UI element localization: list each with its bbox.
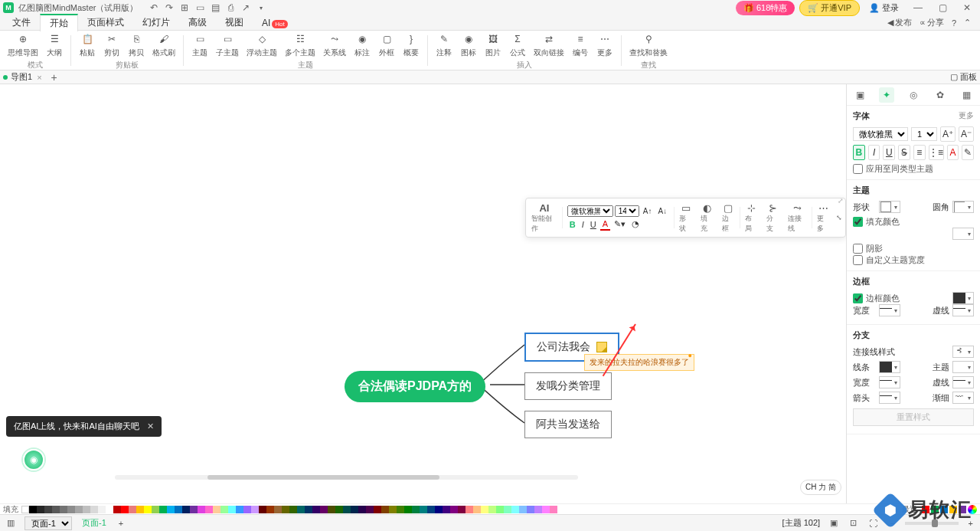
color-swatch[interactable] bbox=[404, 506, 412, 513]
highlight-button[interactable]: ✎ bbox=[962, 145, 974, 160]
tab-active[interactable]: 导图1 bbox=[11, 71, 32, 83]
branch-linecolor-select[interactable]: ▾ bbox=[879, 361, 900, 373]
status-icon-1[interactable]: ▣ bbox=[828, 518, 840, 528]
color-swatch[interactable] bbox=[297, 506, 305, 513]
color-swatch[interactable] bbox=[175, 506, 182, 513]
color-swatch[interactable] bbox=[60, 506, 67, 513]
menu-start[interactable]: 开始 bbox=[40, 14, 78, 31]
color-swatch[interactable] bbox=[496, 506, 504, 513]
color-swatch[interactable] bbox=[113, 506, 121, 513]
subtopic-3[interactable]: 阿共当发送给 bbox=[524, 411, 612, 438]
font-size-select[interactable]: 14 bbox=[911, 127, 937, 141]
toast-close-icon[interactable]: ✕ bbox=[147, 421, 154, 431]
collapse-ribbon-icon[interactable]: ⌃ bbox=[964, 17, 971, 28]
color-swatch[interactable] bbox=[266, 506, 274, 513]
color-swatch[interactable] bbox=[205, 506, 213, 513]
color-swatch[interactable] bbox=[144, 506, 152, 513]
panel-toggle[interactable]: ▢ 面板 bbox=[950, 71, 977, 83]
tool-paste[interactable]: 📋粘贴 bbox=[76, 31, 99, 60]
color-swatch[interactable] bbox=[236, 506, 243, 513]
tool-relation[interactable]: ⤳关系线 bbox=[320, 31, 349, 60]
canvas[interactable]: ⤢ AI 智能创作 微软雅黑 14 A↑ A↓ B I U A ✎▾ bbox=[0, 84, 846, 507]
color-swatch[interactable] bbox=[289, 506, 297, 513]
color-swatch[interactable] bbox=[427, 506, 435, 513]
fontcolor-icon[interactable]: A bbox=[600, 218, 610, 231]
color-swatch[interactable] bbox=[435, 506, 443, 513]
font-more[interactable]: 更多 bbox=[959, 110, 974, 122]
tool-mindmap[interactable]: ⊕思维导图 bbox=[5, 31, 41, 60]
branch-topic-select[interactable]: ▾ bbox=[952, 361, 974, 373]
strike-button[interactable]: S̶ bbox=[898, 145, 910, 160]
note-indicator-icon[interactable] bbox=[596, 342, 607, 352]
menu-file[interactable]: 文件 bbox=[3, 15, 40, 31]
color-swatch[interactable] bbox=[550, 506, 557, 513]
bold-button[interactable]: B bbox=[853, 145, 865, 160]
tool-topic[interactable]: ▭主题 bbox=[188, 31, 211, 60]
color-swatch[interactable] bbox=[381, 506, 389, 513]
color-swatch[interactable] bbox=[52, 506, 60, 513]
color-swatch[interactable] bbox=[121, 506, 129, 513]
undo-icon[interactable]: ↶ bbox=[149, 2, 159, 13]
open-icon[interactable]: ▭ bbox=[194, 2, 205, 13]
color-swatch[interactable] bbox=[106, 506, 113, 513]
publish-button[interactable]: ◀ 发布 bbox=[887, 17, 912, 28]
border-width-select[interactable]: ▾ bbox=[879, 304, 900, 316]
share-button[interactable]: ∝ 分享 bbox=[920, 17, 944, 28]
color-swatch[interactable] bbox=[481, 506, 488, 513]
underline-icon[interactable]: U bbox=[588, 219, 599, 230]
align-button[interactable]: ≡ bbox=[913, 145, 926, 160]
color-swatch[interactable] bbox=[167, 506, 175, 513]
ai-creator-button[interactable]: AI 智能创作 bbox=[528, 200, 561, 235]
swatch-none[interactable] bbox=[21, 506, 29, 513]
menu-ai[interactable]: AIHot bbox=[253, 16, 297, 30]
color-swatch[interactable] bbox=[67, 506, 75, 513]
ft-branch[interactable]: ⊱分支 bbox=[763, 200, 783, 235]
close-button[interactable]: ✕ bbox=[957, 0, 977, 15]
tool-boundary[interactable]: ▢外框 bbox=[375, 31, 398, 60]
shape-select[interactable]: ▾ bbox=[879, 201, 900, 213]
font-shrink-icon[interactable]: A↓ bbox=[655, 206, 669, 216]
fontcolor-button[interactable]: A bbox=[947, 145, 959, 160]
fill-color-select[interactable]: ▾ bbox=[952, 228, 974, 240]
maximize-button[interactable]: ▢ bbox=[933, 0, 952, 15]
color-swatch[interactable] bbox=[466, 506, 473, 513]
horizontal-scrollbar[interactable] bbox=[115, 475, 578, 480]
color-swatch[interactable] bbox=[412, 506, 420, 513]
export-icon[interactable]: ↗ bbox=[240, 2, 251, 13]
color-swatch[interactable] bbox=[213, 506, 220, 513]
color-swatch[interactable] bbox=[98, 506, 106, 513]
menu-advanced[interactable]: 高级 bbox=[179, 15, 216, 31]
color-swatch[interactable] bbox=[159, 506, 167, 513]
color-swatch[interactable] bbox=[305, 506, 312, 513]
color-swatch[interactable] bbox=[458, 506, 466, 513]
color-swatch[interactable] bbox=[450, 506, 458, 513]
color-swatch[interactable] bbox=[542, 506, 550, 513]
menu-view[interactable]: 视图 bbox=[216, 15, 253, 31]
panel-tab-clipart-icon[interactable]: ▦ bbox=[959, 87, 975, 103]
corner-select[interactable]: ▾ bbox=[952, 201, 974, 213]
ai-fab-button[interactable]: ◉ bbox=[23, 449, 44, 470]
list-button[interactable]: ⋮≡ bbox=[929, 145, 944, 160]
border-color-select[interactable]: ▾ bbox=[952, 292, 974, 304]
page-select[interactable]: 页面-1 bbox=[24, 516, 72, 530]
color-swatch[interactable] bbox=[243, 506, 251, 513]
color-swatch[interactable] bbox=[182, 506, 190, 513]
color-swatch[interactable] bbox=[488, 506, 496, 513]
font-shrink-button[interactable]: A⁻ bbox=[959, 126, 974, 142]
ft-expand[interactable]: ⤡ bbox=[835, 210, 844, 225]
ft-connector[interactable]: ⤳连接线 bbox=[784, 200, 811, 235]
tool-icon[interactable]: ◉图标 bbox=[457, 31, 480, 60]
tool-note[interactable]: ✎注释 bbox=[433, 31, 456, 60]
font-grow-icon[interactable]: A↑ bbox=[641, 206, 655, 216]
color-swatch[interactable] bbox=[274, 506, 282, 513]
color-swatch[interactable] bbox=[473, 506, 481, 513]
color-swatch[interactable] bbox=[335, 506, 343, 513]
ft-more[interactable]: ⋯更多 bbox=[813, 200, 834, 235]
border-dash-select[interactable]: ▾ bbox=[952, 304, 974, 316]
login-button[interactable]: 👤登录 bbox=[869, 2, 899, 14]
color-swatch[interactable] bbox=[443, 506, 450, 513]
print-icon[interactable]: ⎙ bbox=[225, 2, 236, 13]
color-swatch[interactable] bbox=[511, 506, 519, 513]
add-page-icon[interactable]: + bbox=[116, 519, 126, 528]
branch-taper-select[interactable]: 〰▾ bbox=[952, 392, 974, 404]
